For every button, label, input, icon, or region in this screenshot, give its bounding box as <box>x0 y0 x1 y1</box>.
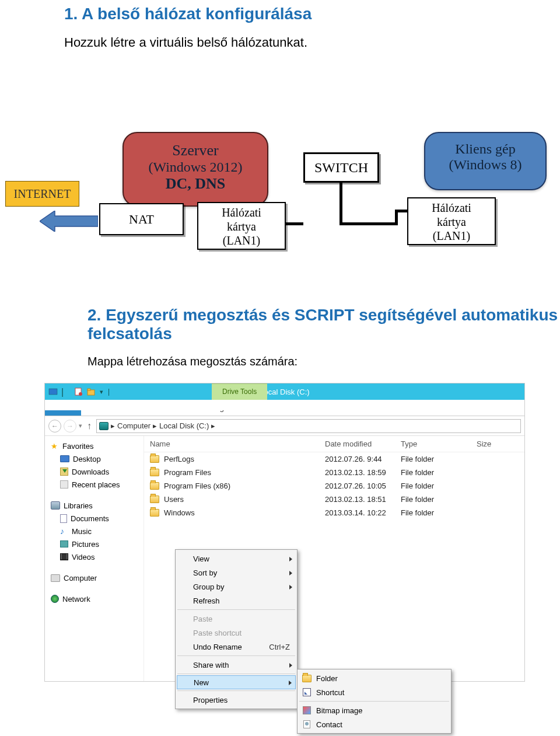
row-type: File folder <box>401 495 477 504</box>
sub-shortcut[interactable]: Shortcut <box>299 685 450 699</box>
qat-dropdown-icon[interactable]: ▾ <box>100 388 103 396</box>
qat-sep: | <box>108 388 110 396</box>
table-row[interactable]: Program Files (x86) 2012.07.26. 10:05 Fi… <box>144 479 524 493</box>
file-list-header: Name Date modified Type Size <box>144 436 524 452</box>
section2-desc: Mappa létrehozása megosztás számára: <box>88 355 560 368</box>
nic2-l3: (LAN1) <box>408 229 495 243</box>
table-row[interactable]: Program Files 2013.02.13. 18:59 File fol… <box>144 466 524 479</box>
ctx-share[interactable]: Share with <box>177 658 296 672</box>
sidebar-libraries[interactable]: Libraries <box>51 499 144 512</box>
folder-icon <box>150 469 159 476</box>
row-name: Windows <box>164 508 195 517</box>
table-row[interactable]: PerfLogs 2012.07.26. 9:44 File folder <box>144 452 524 466</box>
sidebar-downloads[interactable]: Downloads <box>51 465 144 478</box>
picture-icon <box>60 540 68 547</box>
forward-button[interactable]: → <box>64 420 76 432</box>
computer-icon <box>99 422 108 430</box>
server-node: Szerver (Windows 2012) DC, DNS <box>123 132 268 207</box>
sidebar-desktop-label: Desktop <box>73 455 101 463</box>
svg-rect-1 <box>49 389 57 395</box>
breadcrumb-computer[interactable]: Computer <box>117 421 150 430</box>
ctx-properties-label: Properties <box>193 696 228 704</box>
history-dropdown-icon[interactable]: ▾ <box>79 422 82 430</box>
row-type: File folder <box>401 482 477 490</box>
sidebar-favorites[interactable]: ★ Favorites <box>51 439 144 452</box>
ctx-view[interactable]: View <box>177 552 296 566</box>
sub-contact-label: Contact <box>316 720 342 729</box>
ctx-sort[interactable]: Sort by <box>177 566 296 580</box>
properties-quick-icon[interactable] <box>74 387 83 396</box>
up-button[interactable]: ↑ <box>87 421 92 431</box>
sub-bitmap[interactable]: Bitmap image <box>299 703 450 717</box>
ctx-separator <box>177 690 295 691</box>
folder-icon <box>150 496 159 503</box>
new-folder-quick-icon[interactable] <box>87 387 96 396</box>
sidebar-computer[interactable]: Computer <box>51 571 144 584</box>
table-row[interactable]: Windows 2013.03.14. 10:22 File folder <box>144 506 524 519</box>
sub-contact[interactable]: Contact <box>299 717 450 731</box>
ctx-separator <box>299 701 449 702</box>
sidebar-documents-label: Documents <box>71 514 109 523</box>
new-submenu: Folder Shortcut Bitmap image Contact <box>297 669 452 734</box>
download-icon <box>60 468 68 476</box>
sidebar-network[interactable]: Network <box>51 592 144 605</box>
breadcrumb-sep-icon: ▸ <box>211 421 215 430</box>
music-icon: ♪ <box>60 527 68 535</box>
network-icon <box>51 595 59 603</box>
back-button[interactable]: ← <box>48 420 61 432</box>
ctx-refresh[interactable]: Refresh <box>177 594 296 608</box>
sidebar-desktop[interactable]: Desktop <box>51 452 144 465</box>
sidebar-videos[interactable]: Videos <box>51 550 144 563</box>
breadcrumb-local-disk[interactable]: Local Disk (C:) <box>159 421 209 430</box>
nic-server: Hálózati kártya (LAN1) <box>197 202 286 250</box>
sub-bitmap-label: Bitmap image <box>316 706 362 715</box>
nav-sidebar: ★ Favorites Desktop Downloads Recent pla… <box>45 436 144 681</box>
ctx-separator <box>177 674 295 674</box>
col-type[interactable]: Type <box>401 439 477 448</box>
ctx-group-label: Group by <box>193 582 224 591</box>
desktop-icon <box>60 455 69 462</box>
internet-label: INTERNET <box>6 182 79 206</box>
folder-icon <box>150 482 159 490</box>
ctx-sort-label: Sort by <box>193 568 217 577</box>
folder-icon <box>150 455 159 463</box>
app-icon <box>48 387 58 396</box>
ctx-properties[interactable]: Properties <box>177 693 296 707</box>
sidebar-pictures[interactable]: Pictures <box>51 538 144 550</box>
chevron-right-icon <box>289 568 292 577</box>
client-node: Kliens gép (Windows 8) <box>424 132 547 190</box>
ctx-share-label: Share with <box>193 661 229 669</box>
table-row[interactable]: Users 2013.02.13. 18:51 File folder <box>144 493 524 506</box>
ctx-separator <box>177 655 295 656</box>
ctx-new[interactable]: New <box>177 675 296 689</box>
address-bar[interactable]: ▸ Computer ▸ Local Disk (C:) ▸ <box>96 419 521 433</box>
folder-icon <box>150 509 159 517</box>
svg-marker-0 <box>40 211 98 232</box>
col-modified[interactable]: Date modified <box>325 439 401 448</box>
star-icon: ★ <box>51 442 59 450</box>
nic1-l3: (LAN1) <box>198 233 285 247</box>
drive-tools-context-tab[interactable]: Drive Tools <box>212 383 267 400</box>
connector <box>340 183 342 225</box>
sub-folder[interactable]: Folder <box>299 671 450 685</box>
sidebar-recent[interactable]: Recent places <box>51 478 144 491</box>
sidebar-videos-label: Videos <box>72 553 95 561</box>
breadcrumb-row: ← → ▾ ↑ ▸ Computer ▸ Local Disk (C:) ▸ <box>45 416 524 436</box>
sidebar-music[interactable]: ♪Music <box>51 525 144 538</box>
row-modified: 2013.02.13. 18:59 <box>325 468 401 477</box>
folder-icon <box>302 674 312 683</box>
connector <box>286 222 303 225</box>
sidebar-recent-label: Recent places <box>72 480 120 489</box>
sidebar-documents[interactable]: Documents <box>51 512 144 525</box>
switch-node: SWITCH <box>303 152 379 183</box>
chevron-right-icon <box>289 582 292 591</box>
col-name[interactable]: Name <box>150 439 325 448</box>
col-size[interactable]: Size <box>477 439 512 448</box>
ctx-refresh-label: Refresh <box>193 597 220 605</box>
ctx-group[interactable]: Group by <box>177 580 296 594</box>
ctx-paste-shortcut: Paste shortcut <box>177 626 296 640</box>
breadcrumb-sep-icon: ▸ <box>111 421 115 430</box>
nat-node: NAT <box>99 203 184 235</box>
section2-heading: 2. Egyszerű megosztás és SCRIPT segítség… <box>88 306 560 343</box>
ctx-undo[interactable]: Undo RenameCtrl+Z <box>177 640 296 654</box>
